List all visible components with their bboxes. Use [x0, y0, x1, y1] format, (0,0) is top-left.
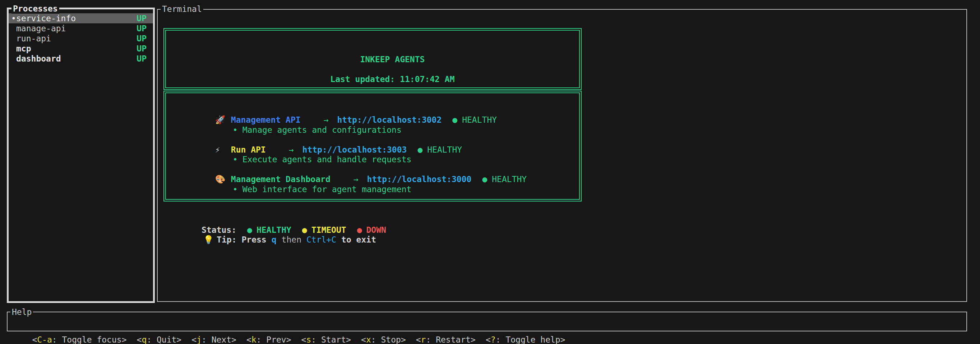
shortcut-key: q	[142, 335, 146, 344]
shortcut-key: s	[306, 335, 311, 344]
service-description-text: Web interface for agent management	[242, 185, 412, 194]
help-item-next: jNext	[191, 335, 236, 344]
status-label: Status:	[202, 225, 236, 235]
process-row-dashboard[interactable]: dashboard UP	[9, 54, 153, 64]
indicator-space	[11, 34, 16, 43]
service-description-text: Execute agents and handle requests	[242, 155, 412, 164]
rocket-icon: 🚀	[215, 115, 231, 125]
shortcut-key: ?	[491, 335, 496, 344]
process-status-badge: UP	[137, 23, 146, 34]
shortcut-key: k	[251, 335, 256, 344]
process-row-run-api[interactable]: run-api UP	[9, 34, 153, 43]
process-row-mcp[interactable]: mcp UP	[9, 43, 153, 54]
process-name: dashboard	[16, 54, 61, 64]
service-url[interactable]: http://localhost:3003	[302, 145, 407, 154]
help-item-stop: xStop	[361, 335, 406, 344]
arrow-icon: →	[353, 174, 358, 184]
service-url[interactable]: http://localhost:3002	[337, 115, 442, 125]
terminal-panel-title: Terminal	[161, 4, 203, 14]
help-item-restart: rRestart	[416, 335, 476, 344]
tip-then-word: then	[282, 235, 301, 244]
shortcut-label: Stop	[371, 335, 401, 344]
service-health-status: HEALTHY	[462, 115, 497, 125]
help-panel: Help C-aToggle focusqQuitjNextkPrevsStar…	[7, 312, 967, 331]
service-row-management-api: 🚀Management API→http://localhost:3002●HE…	[175, 106, 579, 115]
service-name: Run API	[231, 145, 266, 154]
shortcut-label: Start	[311, 335, 346, 344]
zap-icon: ⚡	[215, 145, 231, 155]
help-item-toggle-help: ?Toggle help	[486, 335, 565, 344]
shortcut-label: Quit	[146, 335, 177, 344]
down-dot-icon: ●	[357, 225, 362, 235]
service-row-management-dashboard: 🎨Management Dashboard→http://localhost:3…	[175, 165, 579, 175]
service-name: Management API	[231, 115, 301, 125]
shortcut-key: C-a	[37, 335, 52, 344]
service-description-text: Manage agents and configurations	[242, 125, 402, 134]
bullet-icon: •	[233, 155, 238, 164]
service-row-run-api: ⚡Run API→http://localhost:3003●HEALTHY	[175, 135, 579, 145]
process-row-service-info[interactable]: • service-info UP	[9, 13, 153, 23]
tip-suffix: to exit	[341, 235, 376, 244]
process-status-badge: UP	[137, 54, 146, 64]
help-item-toggle-focus: C-aToggle focus	[32, 335, 126, 344]
help-item-start: sStart	[301, 335, 352, 344]
tip-label: Tip:	[216, 235, 236, 244]
status-block: Status:●HEALTHY●TIMEOUT●DOWN 💡Tip:Pressq…	[172, 215, 386, 235]
arrow-icon: →	[324, 115, 329, 125]
process-status-badge: UP	[137, 34, 146, 43]
legend-item-down: ●DOWN	[357, 225, 386, 235]
last-updated-text: Last updated: 11:07:42 AM	[330, 75, 455, 84]
processes-panel: Processes • service-info UP manage-api U…	[7, 8, 155, 303]
indicator-space	[11, 23, 16, 34]
shortcut-label: Toggle focus	[52, 335, 122, 344]
palette-icon: 🎨	[215, 174, 231, 185]
shortcut-label: Prev	[256, 335, 286, 344]
shortcut-key: r	[421, 335, 426, 344]
selected-bullet-icon: •	[11, 13, 16, 23]
timeout-dot-icon: ●	[302, 225, 307, 235]
status-legend-line: Status:●HEALTHY●TIMEOUT●DOWN	[172, 215, 386, 225]
legend-item-healthy: ●HEALTHY	[247, 225, 291, 235]
shortcut-key: j	[197, 335, 202, 344]
processes-panel-title: Processes	[11, 3, 59, 14]
tip-press-word: Press	[242, 235, 266, 244]
service-health-status: HEALTHY	[492, 174, 527, 184]
shortcut-label: Next	[202, 335, 231, 344]
services-box: 🚀Management API→http://localhost:3002●HE…	[164, 91, 582, 202]
legend-label: HEALTHY	[256, 225, 291, 235]
help-shortcut-list: C-aToggle focusqQuitjNextkPrevsStartxSto…	[8, 312, 966, 331]
help-item-quit: qQuit	[137, 335, 182, 344]
app-root: { "processes_panel": { "title": "Process…	[0, 0, 980, 344]
terminal-panel: Terminal INKEEP AGENTS Last updated: 11:…	[157, 9, 967, 302]
indicator-space	[11, 54, 16, 64]
process-row-manage-api[interactable]: manage-api UP	[9, 23, 153, 34]
arrow-icon: →	[289, 145, 294, 154]
process-status-badge: UP	[137, 43, 146, 54]
help-item-prev: kPrev	[247, 335, 291, 344]
services-box-inner: 🚀Management API→http://localhost:3002●HE…	[165, 93, 580, 200]
shortcut-key: x	[366, 335, 371, 344]
process-name: manage-api	[16, 23, 66, 34]
legend-item-timeout: ●TIMEOUT	[302, 225, 346, 235]
legend-label: DOWN	[366, 225, 386, 235]
bullet-icon: •	[233, 185, 238, 194]
process-name: mcp	[16, 43, 31, 54]
health-dot-icon: ●	[417, 145, 422, 154]
health-dot-icon: ●	[482, 174, 487, 184]
service-name: Management Dashboard	[231, 174, 331, 184]
service-url[interactable]: http://localhost:3000	[367, 174, 472, 184]
header-box-inner: INKEEP AGENTS Last updated: 11:07:42 AM	[165, 30, 580, 88]
shortcut-label: Toggle help	[496, 335, 560, 344]
healthy-dot-icon: ●	[247, 225, 252, 235]
header-box: INKEEP AGENTS Last updated: 11:07:42 AM	[164, 28, 582, 90]
process-name: run-api	[16, 34, 51, 43]
indicator-space	[11, 43, 16, 54]
process-name: service-info	[16, 13, 76, 23]
lightbulb-icon: 💡	[203, 235, 216, 245]
health-dot-icon: ●	[452, 115, 457, 125]
service-health-status: HEALTHY	[427, 145, 462, 154]
tip-key-ctrl-c: Ctrl+C	[306, 235, 336, 244]
help-panel-title: Help	[10, 307, 33, 317]
tip-key-q: q	[272, 235, 277, 244]
legend-label: TIMEOUT	[312, 225, 346, 235]
